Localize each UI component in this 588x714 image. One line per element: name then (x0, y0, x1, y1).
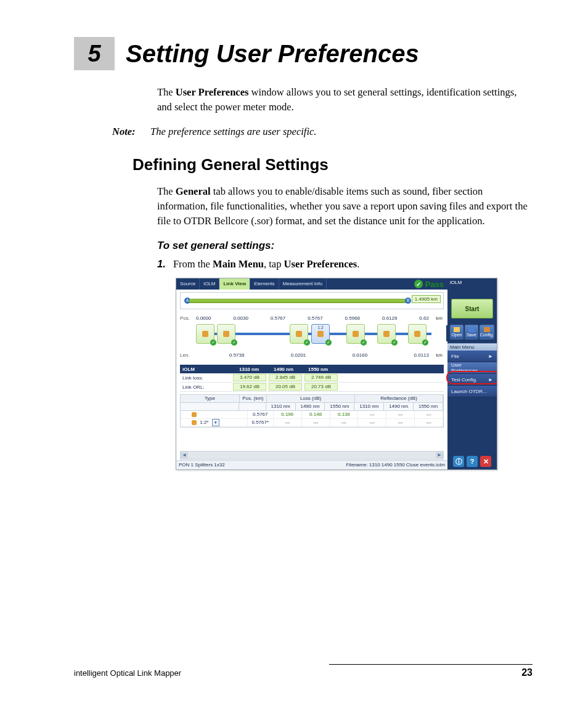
cell-loss: --- (302, 419, 330, 426)
link-orl-val: 20.73 dB (304, 383, 338, 391)
event-node[interactable]: ✓ (217, 324, 235, 344)
intro-paragraph: The User Preferences window allows you t… (157, 85, 533, 115)
link-loss-val: 3.470 dB (233, 374, 266, 381)
open-button[interactable]: Open (450, 325, 463, 339)
tab-link-view[interactable]: Link View (219, 278, 250, 290)
pass-check-icon: ✓ (414, 280, 423, 288)
event-node[interactable]: ✓ (408, 324, 427, 344)
event-node[interactable]: ✓ (346, 324, 365, 344)
cell-loss: --- (274, 419, 302, 426)
scroll-right-button[interactable]: ► (436, 452, 443, 458)
help-button[interactable]: ? (467, 456, 478, 467)
close-button[interactable]: ✕ (480, 456, 491, 467)
footer-product-name: intelligent Optical Link Mapper (74, 668, 181, 678)
save-button[interactable]: Save (465, 325, 478, 339)
wl-col: 1550 nm (325, 403, 354, 410)
note-row: Note: The preference settings are user s… (112, 126, 533, 138)
col-reflectance: Reflectance (dB) (355, 395, 443, 402)
link-loss-label: Link loss: (180, 375, 232, 381)
table-header-wl: 1310 nm 1490 nm 1550 nm 1310 nm 1490 nm … (181, 403, 443, 411)
term-user-preferences: User Preferences (284, 258, 357, 270)
term-user-preferences: User Preferences (176, 86, 249, 98)
side-bottom-buttons: ⓘ ? ✕ (447, 456, 497, 467)
config-button[interactable]: Config. (480, 325, 494, 339)
connector-icon (202, 331, 208, 337)
cell-type-label: 1:2* (200, 420, 208, 425)
cell-ref: --- (415, 411, 443, 418)
pos-values: 0.0000 0.0030 0.5767 0.5767 0.5968 0.612… (196, 315, 429, 322)
tab-measurement-info[interactable]: Measurement Info (279, 278, 327, 290)
len-label: Len. (180, 352, 190, 358)
len-val: 0.0160 (353, 352, 367, 359)
endpoint-b-icon: B (405, 298, 411, 304)
side-toolbar: Open Save Config. (450, 325, 494, 339)
term-general: General (176, 185, 211, 197)
step-1: 1. From the Main Menu, tap User Preferen… (157, 258, 533, 270)
pos-val: 0.0000 (196, 315, 211, 322)
link-loss-val: 2.749 dB (304, 374, 338, 381)
event-node[interactable]: ✓ (377, 324, 396, 344)
status-bar: PON 1 Splitters 1x32 Filename: 1310 1490… (176, 460, 447, 469)
text: . (357, 258, 359, 270)
pos-val: 0.0030 (233, 315, 248, 322)
pass-status: ✓ Pass (414, 278, 444, 290)
tab-bar: Source iOLM Link View Elements Measureme… (176, 278, 447, 290)
footer-page-number: 23 (521, 667, 533, 678)
pass-tick-icon: ✓ (422, 339, 428, 346)
pass-tick-icon: ✓ (325, 339, 332, 346)
pos-val: 0.5767 (271, 315, 285, 322)
menu-user-preferences[interactable]: User Preferences... (447, 362, 497, 374)
folder-open-icon (454, 327, 460, 332)
text: The (157, 185, 176, 197)
events-table: Type Pos. (km) Loss (dB) Reflectance (dB… (180, 394, 444, 428)
type-dropdown[interactable]: ▾ (212, 419, 219, 426)
pos-val: 0.5767 (308, 315, 322, 322)
cell-pos: 0.5767* (248, 419, 274, 426)
table-header-group: Type Pos. (km) Loss (dB) Reflectance (dB… (181, 395, 443, 403)
pass-tick-icon: ✓ (304, 339, 310, 346)
tab-elements[interactable]: Elements (250, 278, 279, 290)
splitter-icon (192, 420, 197, 425)
menu-file[interactable]: File ► (447, 351, 497, 362)
pos-unit: km (436, 315, 443, 321)
label: File (451, 354, 459, 359)
link-bar (189, 299, 406, 303)
horizontal-scrollbar[interactable]: ◄ ► (180, 451, 444, 460)
table-row[interactable]: 1:2* ▾ 0.5767* --- --- --- --- --- --- (181, 419, 443, 427)
connector-icon (353, 331, 359, 337)
link-orl-row: Link ORL: 19.62 dB 20.05 dB 20.73 dB (180, 383, 444, 392)
iolm-title: iOLM (182, 367, 232, 372)
menu-test-config[interactable]: Test Config. ► (447, 374, 497, 386)
tab-iolm[interactable]: iOLM (200, 278, 219, 290)
cell-ref: --- (358, 419, 386, 426)
note-text: The preference settings are user specifi… (150, 126, 316, 138)
menu-launch-otdr[interactable]: Launch OTDR... (447, 386, 497, 397)
wl-col: 1310 nm (266, 403, 296, 410)
connector-icon (414, 331, 420, 337)
app-main-panel: Source iOLM Link View Elements Measureme… (176, 278, 447, 469)
scroll-left-button[interactable]: ◄ (181, 452, 188, 458)
event-node[interactable]: ✓ (196, 324, 214, 344)
iolm-wavelength-header: iOLM 1310 nm 1490 nm 1550 nm (180, 365, 444, 373)
status-right: Filename: 1310 1490 1550 Close events.io… (346, 461, 445, 469)
link-orl-val: 20.05 dB (269, 383, 302, 391)
event-node[interactable]: ✓ (290, 324, 308, 344)
link-stats: Link loss: 3.470 dB 2.845 dB 2.749 dB Li… (180, 373, 444, 392)
chevron-right-icon: ► (488, 354, 493, 359)
event-node-selected[interactable]: 1:2 ✓ (311, 324, 330, 344)
text: , tap (264, 258, 284, 270)
splitter-ratio: 1:2 (317, 325, 324, 330)
cell-loss: --- (330, 419, 359, 426)
link-loss-row: Link loss: 3.470 dB 2.845 dB 2.749 dB (180, 373, 444, 383)
tab-source[interactable]: Source (176, 278, 200, 290)
label: Save (467, 333, 476, 337)
info-button[interactable]: ⓘ (453, 456, 464, 467)
save-icon (468, 327, 475, 332)
start-button[interactable]: Start (451, 299, 493, 318)
app-side-panel: iOLM Start Open Save Config. Main Menu F… (447, 278, 497, 469)
link-overview-strip[interactable]: A B 1.4905 km (180, 292, 444, 309)
chapter-number-box: 5 (74, 37, 115, 70)
table-row[interactable]: 0.5767 0.196 0.148 0.136 --- --- --- (181, 411, 443, 419)
wl-1490: 1490 nm (266, 367, 301, 372)
cell-ref: --- (415, 419, 443, 426)
